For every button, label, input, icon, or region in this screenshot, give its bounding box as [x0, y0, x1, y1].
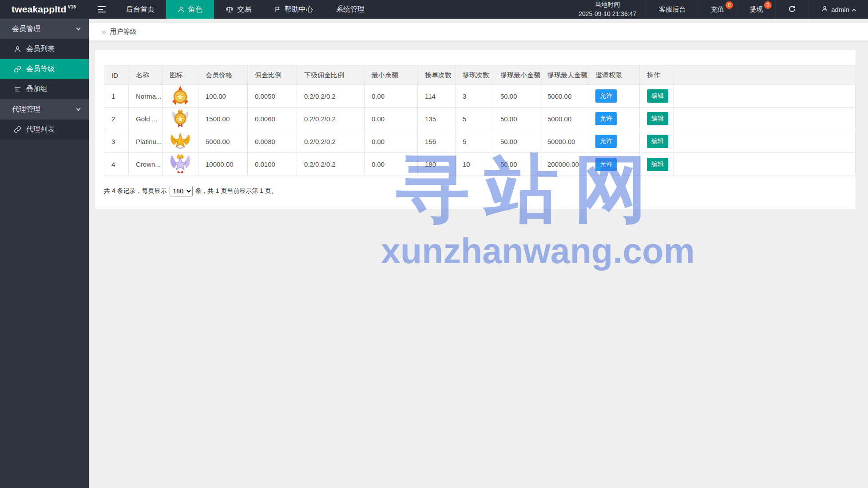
refresh-button[interactable] — [775, 0, 809, 19]
nav-item-roles[interactable]: 角色 — [166, 0, 214, 19]
main-content: » 用户等级 ID 名称 图标 会员价格 佣金比例 下级佣金比例 最小余额 — [89, 19, 868, 488]
sidebar-collapse-icon[interactable] — [89, 0, 115, 19]
service-backend-label: 客服后台 — [659, 5, 686, 14]
chevron-down-icon — [76, 106, 81, 111]
per-page-select[interactable]: 180 — [170, 186, 193, 196]
nav-item-system[interactable]: 系统管理 — [325, 0, 376, 19]
nav-label: 交易 — [237, 5, 251, 14]
allow-button[interactable]: 允许 — [595, 89, 617, 103]
table-row: 1 Norma... 100.00 0.0050 — [104, 85, 856, 108]
withdraw-badge: 0 — [764, 1, 772, 9]
nav-label: 角色 — [188, 5, 202, 14]
person-icon — [14, 45, 21, 53]
withdraw-label: 提现 — [749, 5, 763, 14]
table-header-row: ID 名称 图标 会员价格 佣金比例 下级佣金比例 最小余额 接单次数 提现次数… — [104, 66, 856, 85]
local-time-label: 当地时间 — [579, 0, 636, 9]
sidebar-item-label: 会员列表 — [26, 44, 55, 54]
cell-withdraw-min: 50.00 — [493, 108, 540, 130]
sidebar-item-member-level[interactable]: 会员等级 — [0, 59, 89, 79]
col-header-icon: 图标 — [163, 66, 198, 85]
recharge-label: 充值 — [711, 5, 724, 14]
nav-label: 后台首页 — [126, 5, 155, 14]
allow-button[interactable]: 允许 — [595, 158, 617, 171]
cell-invite: 允许 — [588, 108, 640, 130]
cell-sub-commission: 0.2/0.2/0.2 — [297, 130, 365, 153]
cell-action: 编辑 — [640, 85, 674, 108]
sidebar-group-agent-mgmt[interactable]: 代理管理 — [0, 99, 89, 120]
cell-withdraw-max: 5000.00 — [540, 108, 588, 130]
cell-sub-commission: 0.2/0.2/0.2 — [297, 153, 365, 176]
cell-orders: 156 — [418, 130, 456, 153]
sidebar-item-label: 会员等级 — [26, 64, 55, 74]
level-icon-platinum — [163, 130, 198, 153]
cell-blank — [674, 108, 856, 130]
edit-button[interactable]: 编辑 — [647, 89, 668, 103]
sidebar-item-member-list[interactable]: 会员列表 — [0, 39, 89, 59]
cell-orders: 180 — [418, 153, 456, 176]
flag-icon — [274, 6, 281, 13]
cell-blank — [674, 85, 856, 108]
username: admin — [831, 6, 849, 13]
link-icon — [14, 126, 21, 133]
allow-button[interactable]: 允许 — [595, 112, 617, 125]
refresh-icon — [788, 5, 796, 14]
cell-invite: 允许 — [588, 85, 640, 108]
edit-button[interactable]: 编辑 — [647, 112, 668, 125]
col-header-price: 会员价格 — [198, 66, 248, 85]
cell-withdraw-max: 50000.00 — [540, 130, 588, 153]
cell-withdraw-times: 10 — [456, 153, 493, 176]
sidebar-item-agent-list[interactable]: 代理列表 — [0, 120, 89, 140]
allow-button[interactable]: 允许 — [595, 135, 617, 148]
cell-orders: 135 — [418, 108, 456, 130]
cell-blank — [674, 130, 856, 153]
service-backend-link[interactable]: 客服后台 — [646, 0, 698, 19]
sidebar-group-member-mgmt[interactable]: 会员管理 — [0, 19, 89, 39]
level-icon-crown — [163, 153, 198, 176]
edit-button[interactable]: 编辑 — [647, 158, 668, 171]
col-header-withdraw-min: 提现最小金额 — [493, 66, 540, 85]
cell-min-balance: 0.00 — [365, 153, 418, 176]
cell-commission: 0.0080 — [248, 130, 297, 153]
cell-id: 1 — [104, 85, 129, 108]
cell-id: 3 — [104, 130, 129, 153]
level-icon-normal — [163, 85, 198, 108]
chevron-up-icon — [852, 8, 856, 13]
app-version: V16 — [68, 4, 76, 9]
cell-invite: 允许 — [588, 130, 640, 153]
recharge-link[interactable]: 充值 0 — [698, 0, 737, 19]
chevron-down-icon — [76, 26, 81, 30]
topbar-right: 当地时间 2025-09-10 21:36:47 客服后台 充值 0 提现 0 … — [569, 0, 868, 19]
cell-commission: 0.0050 — [248, 85, 297, 108]
user-level-card: ID 名称 图标 会员价格 佣金比例 下级佣金比例 最小余额 接单次数 提现次数… — [95, 50, 856, 209]
nav-item-help-center[interactable]: 帮助中心 — [263, 0, 325, 19]
nav-item-dashboard[interactable]: 后台首页 — [115, 0, 166, 19]
cell-min-balance: 0.00 — [365, 108, 418, 130]
pagination-prefix: 共 4 条记录，每页显示 — [104, 187, 167, 195]
cell-commission: 0.0060 — [248, 108, 297, 130]
link-icon — [14, 65, 21, 73]
app-logo: tweakappltd V16 — [0, 0, 89, 19]
user-menu[interactable]: admin — [809, 0, 868, 19]
col-header-blank — [674, 66, 856, 85]
table-row: 3 Platinu... 5000.00 0.0080 0.2/0.2/0 — [104, 130, 856, 153]
cell-withdraw-min: 50.00 — [493, 85, 540, 108]
cell-withdraw-times: 3 — [456, 85, 493, 108]
cell-withdraw-times: 5 — [456, 130, 493, 153]
cell-id: 2 — [104, 108, 129, 130]
breadcrumb: » 用户等级 — [89, 23, 868, 40]
page-title: 用户等级 — [110, 28, 136, 36]
sidebar-item-stack-group[interactable]: 叠加组 — [0, 79, 89, 99]
edit-button[interactable]: 编辑 — [647, 135, 668, 148]
col-header-commission: 佣金比例 — [248, 66, 297, 85]
cell-action: 编辑 — [640, 153, 674, 176]
cell-min-balance: 0.00 — [365, 85, 418, 108]
col-header-action: 操作 — [640, 66, 674, 85]
nav-item-trade[interactable]: 交易 — [214, 0, 263, 19]
cell-action: 编辑 — [640, 130, 674, 153]
sidebar: 会员管理 会员列表 会员等级 叠加组 代理管理 代理列表 — [0, 19, 89, 488]
pagination: 共 4 条记录，每页显示 180 条，共 1 页当前显示第 1 页。 — [104, 186, 856, 196]
cell-withdraw-max: 200000.00 — [540, 153, 588, 176]
withdraw-link[interactable]: 提现 0 — [737, 0, 775, 19]
cell-name: Crown... — [129, 153, 163, 176]
cell-id: 4 — [104, 153, 129, 176]
